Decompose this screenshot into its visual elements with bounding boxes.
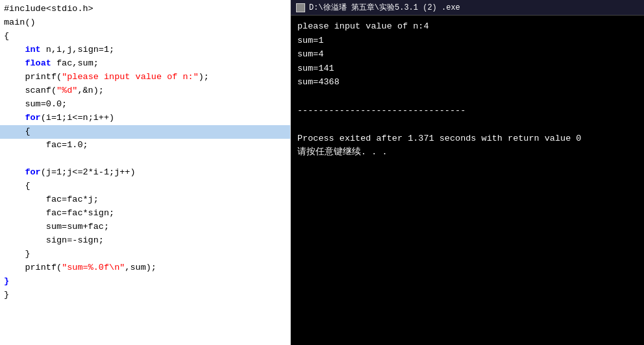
code-token: sum=0.0; bbox=[4, 98, 67, 112]
code-line: fac=1.0; bbox=[0, 139, 290, 152]
code-line: printf("sum=%.0f\n",sum); bbox=[0, 261, 290, 275]
console-window: D:\徐溢璠 第五章\实验5.3.1 (2) .exe please input… bbox=[291, 0, 644, 345]
code-token: { bbox=[4, 125, 31, 139]
code-token: for bbox=[25, 112, 40, 125]
console-line: sum=1 bbox=[297, 34, 638, 48]
console-line bbox=[297, 117, 638, 132]
code-line: for(i=1;i<=n;i++) bbox=[0, 112, 290, 125]
code-token: fac=1.0; bbox=[4, 139, 88, 152]
code-token: "%d" bbox=[56, 84, 77, 98]
code-token bbox=[4, 57, 25, 71]
code-token: } bbox=[4, 248, 31, 261]
console-window-icon bbox=[296, 3, 305, 12]
code-line: float fac,sum; bbox=[0, 57, 290, 71]
code-line: sum=0.0; bbox=[0, 98, 290, 112]
code-line: for(j=1;j<=2*i-1;j++) bbox=[0, 166, 290, 180]
console-output: please input value of n:4sum=1sum=4sum=1… bbox=[291, 16, 644, 345]
console-line: Process exited after 1.371 seconds with … bbox=[297, 132, 638, 146]
code-token: "please input value of n:" bbox=[62, 71, 199, 84]
code-token: { bbox=[4, 180, 31, 193]
code-token: printf( bbox=[4, 261, 62, 275]
code-token: } bbox=[4, 289, 9, 302]
code-token: #include<stdio.h> bbox=[4, 3, 93, 16]
code-line: sign=-sign; bbox=[0, 234, 290, 248]
console-title: D:\徐溢璠 第五章\实验5.3.1 (2) .exe bbox=[309, 2, 460, 13]
code-token: int bbox=[25, 43, 40, 57]
code-token: fac,sum; bbox=[51, 57, 99, 71]
code-line: sum=sum+fac; bbox=[0, 220, 290, 234]
code-token bbox=[4, 112, 25, 125]
code-editor: #include<stdio.h>main(){ int n,i,j,sign=… bbox=[0, 0, 291, 345]
console-titlebar: D:\徐溢璠 第五章\实验5.3.1 (2) .exe bbox=[291, 0, 644, 16]
code-token: { bbox=[4, 30, 9, 43]
code-line: } bbox=[0, 289, 290, 302]
console-line bbox=[297, 89, 638, 104]
code-line: { bbox=[0, 125, 290, 139]
code-line: scanf("%d",&n); bbox=[0, 84, 290, 98]
code-token: ); bbox=[199, 71, 209, 84]
code-token: float bbox=[25, 57, 51, 71]
code-token: } bbox=[4, 275, 9, 289]
code-line: main() bbox=[0, 16, 290, 30]
code-line: } bbox=[0, 248, 290, 261]
console-line: -------------------------------- bbox=[297, 104, 638, 118]
code-token: (j=1;j<=2*i-1;j++) bbox=[41, 166, 136, 180]
code-line: printf("please input value of n:"); bbox=[0, 71, 290, 84]
code-line: #include<stdio.h> bbox=[0, 3, 290, 16]
code-token: for bbox=[25, 166, 40, 180]
code-line: { bbox=[0, 180, 290, 193]
code-token: printf( bbox=[4, 71, 62, 84]
console-line: sum=4 bbox=[297, 47, 638, 62]
code-line bbox=[0, 152, 290, 166]
code-line: int n,i,j,sign=1; bbox=[0, 43, 290, 57]
code-line: } bbox=[0, 275, 290, 289]
code-token: fac=fac*j; bbox=[4, 193, 99, 207]
code-token: sign=-sign; bbox=[4, 234, 104, 248]
code-token: scanf( bbox=[4, 84, 56, 98]
code-token: fac=fac*sign; bbox=[4, 207, 114, 220]
code-token: main() bbox=[4, 16, 36, 30]
console-line: please input value of n:4 bbox=[297, 19, 638, 34]
code-token: n,i,j,sign=1; bbox=[41, 43, 114, 57]
console-line: sum=141 bbox=[297, 62, 638, 76]
code-token: (i=1;i<=n;i++) bbox=[41, 112, 114, 125]
console-line: sum=4368 bbox=[297, 75, 638, 89]
code-line: fac=fac*j; bbox=[0, 193, 290, 207]
code-token bbox=[4, 43, 25, 57]
code-line: fac=fac*sign; bbox=[0, 207, 290, 220]
code-token: ,sum); bbox=[125, 261, 156, 275]
code-token bbox=[4, 166, 25, 180]
code-token: "sum=%.0f\n" bbox=[62, 261, 125, 275]
code-token: sum=sum+fac; bbox=[4, 220, 109, 234]
code-line: { bbox=[0, 30, 290, 43]
code-token: ,&n); bbox=[77, 84, 104, 98]
console-line: 请按任意键继续. . . bbox=[297, 145, 638, 160]
